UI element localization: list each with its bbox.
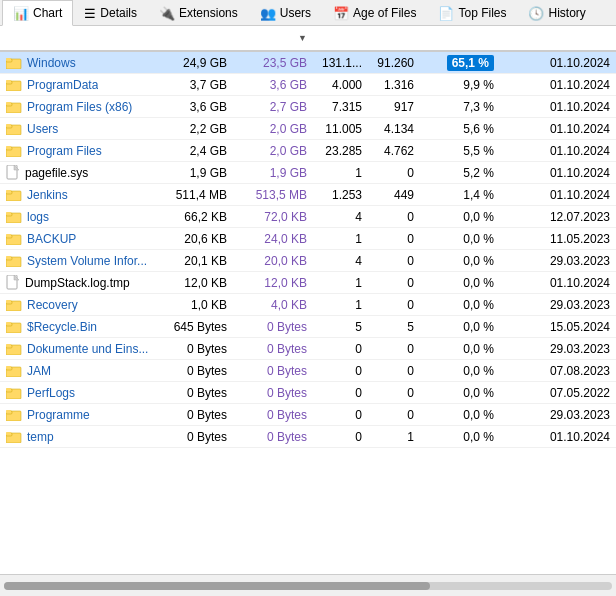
svg-rect-42 [6, 366, 11, 369]
table-row[interactable]: Jenkins 511,4 MB 513,5 MB 1.253 449 1,4 … [0, 184, 616, 206]
chart-tab-icon: 📊 [13, 6, 29, 21]
cell-size: 3,6 GB [165, 100, 233, 114]
cell-folders: 449 [368, 188, 420, 202]
cell-modified: 01.10.2024 [500, 430, 616, 444]
table-row[interactable]: PerfLogs 0 Bytes 0 Bytes 0 0 0,0 % 07.05… [0, 382, 616, 404]
row-name-link[interactable]: Users [27, 122, 58, 136]
cell-allocated: 24,0 KB [233, 232, 313, 246]
table-row[interactable]: Dokumente und Eins... 0 Bytes 0 Bytes 0 … [0, 338, 616, 360]
cell-folders: 0 [368, 364, 420, 378]
cell-percent: 5,2 % [420, 166, 500, 180]
cell-folders: 0 [368, 166, 420, 180]
cell-files: 4 [313, 210, 368, 224]
cell-modified: 15.05.2024 [500, 320, 616, 334]
row-name-link[interactable]: PerfLogs [27, 386, 75, 400]
cell-files: 0 [313, 386, 368, 400]
table-row[interactable]: $Recycle.Bin 645 Bytes 0 Bytes 5 5 0,0 %… [0, 316, 616, 338]
row-name-link[interactable]: Recovery [27, 298, 78, 312]
table-row[interactable]: DumpStack.log.tmp 12,0 KB 12,0 KB 1 0 0,… [0, 272, 616, 294]
horizontal-scrollbar[interactable] [0, 574, 616, 596]
percent-badge: 65,1 % [447, 55, 494, 71]
cell-size: 2,4 GB [165, 144, 233, 158]
cell-percent: 0,0 % [420, 254, 500, 268]
table-row[interactable]: JAM 0 Bytes 0 Bytes 0 0 0,0 % 07.08.2023 [0, 360, 616, 382]
table-row[interactable]: Program Files 2,4 GB 2,0 GB 23.285 4.762… [0, 140, 616, 162]
cell-percent: 0,0 % [420, 408, 500, 422]
cell-folders: 0 [368, 254, 420, 268]
tab-chart[interactable]: 📊Chart [2, 0, 73, 26]
table-row[interactable]: pagefile.sys 1,9 GB 1,9 GB 1 0 5,2 % 01.… [0, 162, 616, 184]
age-of-files-tab-label: Age of Files [353, 6, 416, 20]
cell-allocated: 0 Bytes [233, 342, 313, 356]
percent-value: 0,0 % [463, 254, 494, 268]
row-name-link[interactable]: Program Files (x86) [27, 100, 132, 114]
row-name-link[interactable]: BACKUP [27, 232, 76, 246]
tab-history[interactable]: 🕓History [517, 0, 596, 26]
row-name-link[interactable]: System Volume Infor... [27, 254, 147, 268]
percent-value: 0,0 % [463, 232, 494, 246]
table-row[interactable]: Programme 0 Bytes 0 Bytes 0 0 0,0 % 29.0… [0, 404, 616, 426]
cell-folders: 0 [368, 298, 420, 312]
percent-value: 1,4 % [463, 188, 494, 202]
extensions-tab-label: Extensions [179, 6, 238, 20]
row-name-link[interactable]: ProgramData [27, 78, 98, 92]
cell-modified: 01.10.2024 [500, 144, 616, 158]
cell-files: 4.000 [313, 78, 368, 92]
table-row[interactable]: ProgramData 3,7 GB 3,6 GB 4.000 1.316 9,… [0, 74, 616, 96]
row-name-link[interactable]: Program Files [27, 144, 102, 158]
cell-folders: 4.762 [368, 144, 420, 158]
cell-files: 1 [313, 166, 368, 180]
cell-files: 1 [313, 298, 368, 312]
percent-value: 0,0 % [463, 298, 494, 312]
cell-allocated: 2,0 GB [233, 144, 313, 158]
cell-modified: 01.10.2024 [500, 276, 616, 290]
cell-modified: 01.10.2024 [500, 188, 616, 202]
folder-icon [6, 364, 22, 377]
table-row[interactable]: Users 2,2 GB 2,0 GB 11.005 4.134 5,6 % 0… [0, 118, 616, 140]
history-tab-icon: 🕓 [528, 6, 544, 21]
folder-icon [6, 100, 22, 113]
tab-users[interactable]: 👥Users [249, 0, 322, 26]
table-row[interactable]: temp 0 Bytes 0 Bytes 0 1 0,0 % 01.10.202… [0, 426, 616, 448]
table-row[interactable]: System Volume Infor... 20,1 KB 20,0 KB 4… [0, 250, 616, 272]
table-row[interactable]: Windows 24,9 GB 23,5 GB 131.1... 91.260 … [0, 52, 616, 74]
cell-files: 0 [313, 430, 368, 444]
details-tab-icon: ☰ [84, 6, 96, 21]
row-name-link[interactable]: temp [27, 430, 54, 444]
table-row[interactable]: Recovery 1,0 KB 4,0 KB 1 0 0,0 % 29.03.2… [0, 294, 616, 316]
cell-percent: 0,0 % [420, 320, 500, 334]
cell-percent: 9,9 % [420, 78, 500, 92]
cell-modified: 29.03.2023 [500, 254, 616, 268]
svg-rect-28 [6, 256, 11, 259]
row-name-link[interactable]: $Recycle.Bin [27, 320, 97, 334]
row-name-link[interactable]: logs [27, 210, 49, 224]
row-name-link[interactable]: Dokumente und Eins... [27, 342, 148, 356]
row-name-link[interactable]: Programme [27, 408, 90, 422]
col-header-allocated[interactable]: ▼ [233, 33, 313, 43]
row-name-link[interactable]: Windows [27, 56, 76, 70]
svg-rect-25 [6, 234, 11, 237]
table-row[interactable]: BACKUP 20,6 KB 24,0 KB 1 0 0,0 % 11.05.2… [0, 228, 616, 250]
cell-files: 0 [313, 342, 368, 356]
row-name-link[interactable]: Jenkins [27, 188, 68, 202]
percent-value: 0,0 % [463, 386, 494, 400]
svg-rect-5 [6, 80, 11, 83]
percent-value: 0,0 % [463, 430, 494, 444]
cell-files: 1 [313, 276, 368, 290]
row-name-link[interactable]: JAM [27, 364, 51, 378]
scrollbar-track [4, 582, 612, 590]
cell-files: 5 [313, 320, 368, 334]
cell-allocated: 1,9 GB [233, 166, 313, 180]
table-row[interactable]: logs 66,2 KB 72,0 KB 4 0 0,0 % 12.07.202… [0, 206, 616, 228]
tab-age-of-files[interactable]: 📅Age of Files [322, 0, 427, 26]
tab-top-files[interactable]: 📄Top Files [427, 0, 517, 26]
chart-tab-label: Chart [33, 6, 62, 20]
cell-name: Recovery [0, 298, 165, 312]
svg-rect-14 [6, 146, 11, 149]
cell-name: PerfLogs [0, 386, 165, 400]
tab-extensions[interactable]: 🔌Extensions [148, 0, 249, 26]
cell-name: Program Files (x86) [0, 100, 165, 114]
tab-details[interactable]: ☰Details [73, 0, 148, 26]
table-row[interactable]: Program Files (x86) 3,6 GB 2,7 GB 7.315 … [0, 96, 616, 118]
cell-percent: 0,0 % [420, 232, 500, 246]
